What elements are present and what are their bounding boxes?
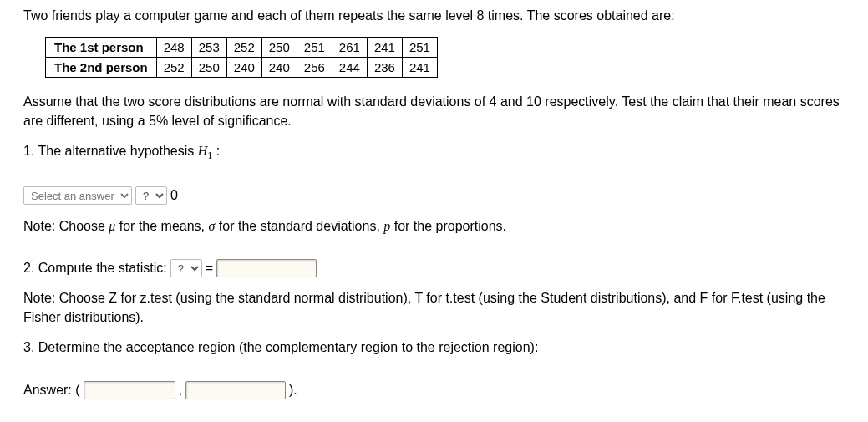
hypothesis-operator-select[interactable]: ? xyxy=(135,186,167,205)
cell: 250 xyxy=(261,38,297,58)
cell: 253 xyxy=(191,38,226,58)
statistic-value-input[interactable] xyxy=(216,259,317,277)
hypothesis-parameter-select[interactable]: Select an answer xyxy=(23,186,132,205)
table-row: The 2nd person 252 250 240 240 256 244 2… xyxy=(46,58,438,78)
cell: 241 xyxy=(367,38,402,58)
q2-controls: 2. Compute the statistic: ? = xyxy=(23,259,317,277)
cell: 248 xyxy=(156,38,191,58)
cell: 251 xyxy=(402,38,437,58)
equals-sign: = xyxy=(206,259,213,277)
interval-lower-input[interactable] xyxy=(84,381,175,399)
answer-end: ). xyxy=(289,381,297,399)
intro-text: Two friends play a computer game and eac… xyxy=(23,7,845,25)
table-row: The 1st person 248 253 252 250 251 261 2… xyxy=(46,38,438,58)
cell: 244 xyxy=(332,58,367,78)
sigma-symbol: σ xyxy=(208,219,215,233)
row2-label: The 2nd person xyxy=(46,58,157,78)
cell: 241 xyxy=(402,58,437,78)
cell: 240 xyxy=(226,58,261,78)
interval-upper-input[interactable] xyxy=(185,381,286,399)
cell: 240 xyxy=(261,58,297,78)
scores-table: The 1st person 248 253 252 250 251 261 2… xyxy=(45,37,438,78)
cell: 250 xyxy=(191,58,226,78)
q2-label: 2. Compute the statistic: xyxy=(23,259,167,277)
q1-prompt: 1. The alternative hypothesis H1 : xyxy=(23,142,845,163)
note-params: Note: Choose μ for the means, σ for the … xyxy=(23,217,845,236)
cell: 261 xyxy=(332,38,367,58)
mu-symbol: μ xyxy=(109,219,115,233)
row1-label: The 1st person xyxy=(46,38,157,58)
answer-controls: Answer: ( , ). xyxy=(23,381,297,399)
statistic-type-select[interactable]: ? xyxy=(170,259,202,277)
cell: 251 xyxy=(297,38,332,58)
cell: 252 xyxy=(156,58,191,78)
cell: 252 xyxy=(226,38,261,58)
note1-t1: for the means, xyxy=(119,219,209,233)
assumption-text: Assume that the two score distributions … xyxy=(23,93,842,130)
q1-colon: : xyxy=(212,144,220,158)
q3-prompt: 3. Determine the acceptance region (the … xyxy=(23,338,845,357)
zero-text: 0 xyxy=(170,186,178,205)
comma: , xyxy=(179,381,182,399)
h1-var: H xyxy=(198,144,208,158)
cell: 236 xyxy=(367,58,402,78)
note1-t2: for the standard deviations, xyxy=(219,219,383,233)
note1-t3: for the proportions. xyxy=(394,219,506,233)
cell: 256 xyxy=(297,58,332,78)
note-tests: Note: Choose Z for z.test (using the sta… xyxy=(23,289,825,327)
q1-lead: 1. The alternative hypothesis xyxy=(23,144,198,158)
p-symbol: p xyxy=(383,219,390,233)
q1-controls: Select an answer ? 0 xyxy=(23,186,178,205)
note1-pre: Note: Choose xyxy=(23,219,109,233)
answer-label: Answer: ( xyxy=(23,381,80,399)
